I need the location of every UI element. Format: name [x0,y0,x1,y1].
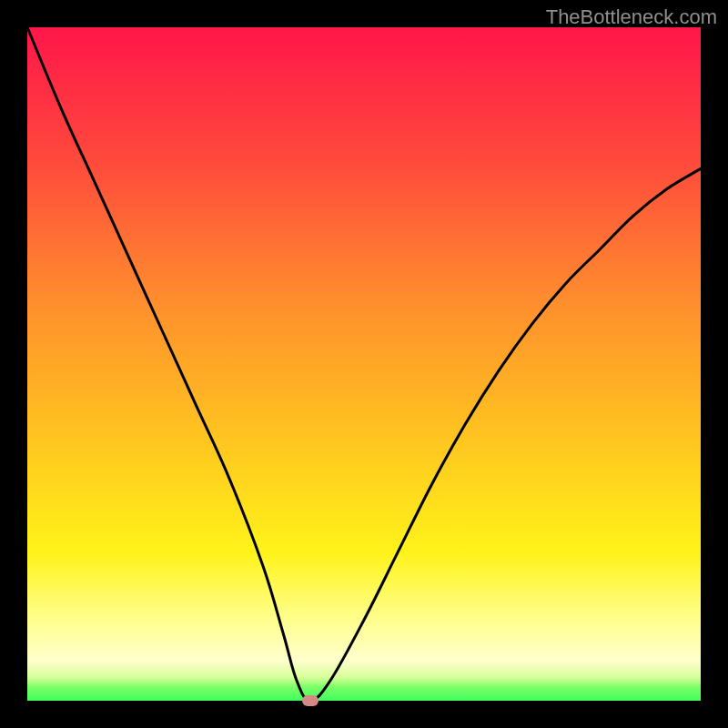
curve-path [27,27,701,701]
watermark-text: TheBottleneck.com [546,5,717,29]
optimal-point-marker [302,695,318,706]
bottleneck-curve [27,27,701,701]
chart-plot-area [27,27,701,701]
chart-frame: TheBottleneck.com [0,0,728,728]
